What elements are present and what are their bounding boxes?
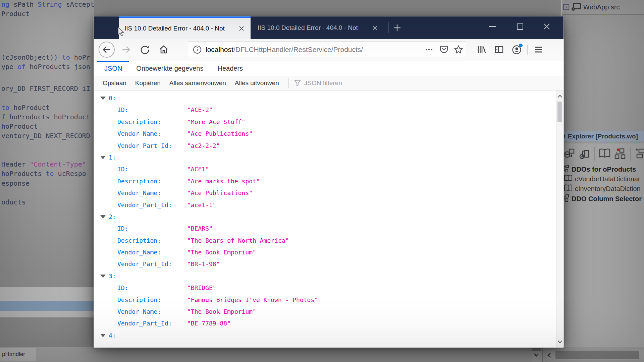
menu-hamburger-icon[interactable]	[530, 42, 547, 58]
json-property-value: "ac2-2-2"	[187, 140, 220, 152]
viewer-tab-onbewerkte-gegevens[interactable]: Onbewerkte gegevens	[129, 61, 210, 76]
book-icon	[564, 174, 573, 184]
sidebars-icon[interactable]	[490, 42, 508, 58]
json-property-name: Vendor_Name:	[117, 187, 187, 199]
viewer-tab-json[interactable]: JSON	[97, 61, 129, 76]
toolbar-button-opslaan[interactable]: Opslaan	[103, 79, 126, 87]
scroll-down-icon[interactable]	[533, 353, 540, 357]
branch-icon	[562, 165, 569, 174]
home-button[interactable]	[156, 42, 172, 58]
browser-tab-inactive[interactable]: IIS 10.0 Detailed Error - 404.0 - Not	[252, 16, 384, 39]
ide-bottom-tab-label: pHandler	[2, 351, 25, 358]
scroll-down-icon[interactable]	[556, 338, 563, 346]
explorer-item-ddos-for-oproducts[interactable]: DDOs for oProducts	[562, 164, 644, 174]
ide-list-row-selected	[0, 301, 94, 311]
scrollbar-thumb[interactable]	[557, 102, 562, 122]
ide-vertical-scrollbar[interactable]	[532, 347, 541, 362]
navbar-right-icons	[473, 42, 547, 58]
page-actions-icon[interactable]	[422, 42, 436, 57]
tab-close-icon[interactable]	[236, 23, 247, 34]
add-column-icon[interactable]	[634, 148, 644, 160]
json-property-name: ID:	[117, 104, 187, 116]
explorer-item-label: cVendorDataDictionar	[575, 175, 640, 183]
scrollbar-thumb[interactable]	[532, 347, 541, 351]
json-property-value: "ace1-1"	[187, 199, 216, 211]
ide-bottom-tab[interactable]: pHandler	[0, 348, 36, 361]
code-line: hoProduct	[1, 122, 38, 131]
viewer-tab-label: Headers	[217, 65, 243, 72]
explorer-item-cvendordatadictionar[interactable]: cVendorDataDictionar	[562, 174, 644, 184]
json-property-name: ID:	[117, 282, 187, 294]
site-info-icon[interactable]	[193, 45, 202, 54]
viewer-tab-label: JSON	[104, 65, 122, 72]
code-line: ory_DD FIRST_RECORD iI	[1, 84, 90, 93]
toolbar-button-kopi-ren[interactable]: Kopiëren	[135, 79, 161, 87]
tab-separator	[388, 22, 389, 33]
scroll-up-icon[interactable]	[556, 92, 563, 101]
bookmark-star-icon[interactable]	[451, 42, 466, 57]
ide-tree-item-webapp[interactable]: WebApp.src	[562, 0, 644, 15]
maximize-button[interactable]	[510, 16, 530, 37]
json-property-name: ID:	[117, 223, 187, 234]
collapse-triangle-icon[interactable]	[100, 97, 106, 100]
json-entry-header: 4:	[94, 329, 556, 341]
json-property-value: "ACE-2"	[187, 104, 213, 116]
browser-titlebar[interactable]: IIS 10.0 Detailed Error - 404.0 - Not II…	[94, 16, 564, 39]
ide-horizontal-scrollbar[interactable]	[546, 350, 644, 360]
json-viewer-tabs: JSONOnbewerkte gegevensHeaders	[94, 61, 564, 76]
scroll-left-icon[interactable]	[547, 352, 552, 358]
refresh-ddo-icon[interactable]	[564, 148, 576, 160]
json-property-row: ID:"ACE-2"	[94, 104, 556, 116]
explorer-title-text: Explorer [Products.wo]	[568, 133, 638, 140]
code-line: Product	[1, 9, 30, 18]
json-property-value: "Ace Publications"	[187, 128, 253, 139]
webapp-label: WebApp.src	[583, 3, 620, 11]
browser-navbar: localhost/DFLCHttpHandler/RestService/Pr…	[94, 39, 564, 61]
account-icon[interactable]	[508, 42, 525, 58]
collapse-triangle-icon[interactable]	[100, 275, 106, 278]
open-book-icon[interactable]	[598, 148, 611, 160]
json-content: 0:ID:"ACE-2"Description:"More Ace Stuff"…	[94, 90, 564, 348]
json-property-name: Vendor_Name:	[117, 128, 187, 139]
collapse-triangle-icon[interactable]	[100, 334, 106, 337]
url-text[interactable]: localhost/DFLCHttpHandler/RestService/Pr…	[206, 46, 422, 54]
json-property-row: Description:"Famous Bridges I've Known -…	[94, 294, 556, 306]
delete-ddo-icon[interactable]	[614, 147, 627, 160]
json-property-row: Vendor_Part_Id:"ace1-1"	[94, 199, 556, 211]
collapse-triangle-icon[interactable]	[100, 215, 106, 219]
scrollbar-thumb[interactable]	[555, 351, 639, 359]
toolbar-button-alles-samenvouwen[interactable]: Alles samenvouwen	[169, 79, 226, 87]
expand-plus-icon[interactable]	[563, 4, 569, 10]
close-button[interactable]	[537, 16, 556, 37]
json-entry-header: 1:	[94, 152, 556, 163]
browser-tab-active[interactable]: IIS 10.0 Detailed Error - 404.0 - Not	[119, 16, 251, 39]
new-tab-button[interactable]	[391, 22, 403, 34]
open-ddo-icon[interactable]: m	[579, 148, 591, 160]
json-filter[interactable]	[294, 79, 409, 87]
pocket-icon[interactable]	[436, 42, 451, 57]
collapse-triangle-icon[interactable]	[100, 156, 106, 159]
json-filter-input[interactable]	[304, 79, 409, 87]
tab-close-icon[interactable]	[370, 23, 380, 33]
json-property-row: Vendor_Name:"The Book Emporium"	[94, 246, 556, 258]
json-property-name: Description:	[117, 294, 187, 306]
viewer-tab-headers[interactable]: Headers	[210, 61, 250, 76]
minimize-button[interactable]	[483, 16, 502, 37]
json-property-row: Description:"Ace marks the spot"	[94, 175, 556, 187]
ide-list-row	[0, 311, 94, 317]
svg-text:m: m	[581, 155, 584, 159]
explorer-item-ddo-column-selector[interactable]: DDO Column Selector	[562, 194, 644, 204]
library-icon[interactable]	[473, 42, 490, 58]
url-bar[interactable]: localhost/DFLCHttpHandler/RestService/Pr…	[188, 42, 466, 57]
ide-list-row	[0, 287, 94, 301]
explorer-item-cinventorydatadiction[interactable]: cInventoryDataDiction	[562, 184, 644, 194]
ide-code-panel: ng sPath String sAcceptTypeProduct(cJson…	[0, 0, 94, 347]
code-line: ng sPath String sAcceptType	[1, 0, 94, 9]
vertical-scrollbar[interactable]	[556, 90, 564, 348]
back-button[interactable]	[99, 42, 115, 58]
reload-button[interactable]	[137, 42, 153, 58]
forward-button[interactable]	[118, 42, 134, 58]
toolbar-button-alles-uitvouwen[interactable]: Alles uitvouwen	[235, 79, 279, 87]
url-path: /DFLCHttpHandler/RestService/Products/	[233, 46, 363, 53]
json-property-value: "The Bears of North America"	[187, 235, 289, 246]
